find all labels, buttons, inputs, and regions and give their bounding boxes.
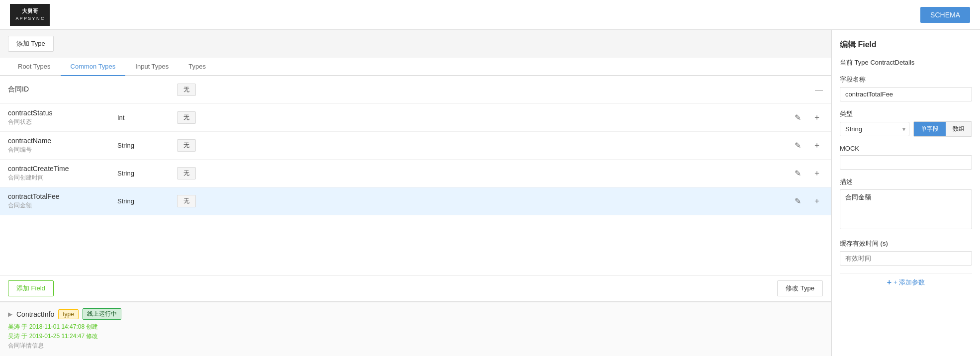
add-icon[interactable]: ＋	[811, 139, 823, 152]
status-badge: 线上运行中	[83, 308, 121, 320]
schema-button[interactable]: SCHEMA	[920, 7, 970, 23]
contract-section: ▶ ContractInfo type 线上运行中 吴涛 于 2018-11-0…	[0, 301, 831, 356]
add-field-button[interactable]: 添加 Field	[8, 280, 54, 296]
field-badge[interactable]: 无	[177, 167, 196, 179]
desc-label: 描述	[840, 178, 972, 186]
field-actions: —	[815, 86, 823, 94]
panel-title: 编辑 Field	[840, 40, 972, 50]
edit-icon[interactable]: ✎	[793, 112, 803, 123]
field-sub: 合同状态	[8, 118, 117, 126]
type-select[interactable]: String Int Float Boolean ID	[840, 122, 909, 136]
tab-types[interactable]: Types	[178, 58, 216, 76]
field-actions: ✎ ＋	[793, 195, 823, 207]
center-panel: 添加 Type Root Types Common Types Input Ty…	[0, 30, 831, 356]
field-actions: ✎ ＋	[793, 111, 823, 124]
field-type: Int	[117, 114, 177, 121]
field-table: 合同ID 无 — contractStatus 合同状态 Int	[0, 76, 831, 275]
contract-desc: 合同详情信息	[8, 342, 823, 350]
cache-label: 缓存有效时间 (s)	[840, 239, 972, 248]
mock-label: MOCK	[840, 145, 972, 152]
field-name: contractStatus	[8, 109, 117, 117]
table-row-highlighted: contractTotalFee 合同金额 String 无 ✎ ＋	[0, 187, 831, 215]
field-name-group: 字段名称	[840, 75, 972, 101]
dash-icon: —	[815, 86, 823, 94]
logo-text: 大舅哥A P P S Y N C	[16, 8, 44, 21]
tab-bar: Root Types Common Types Input Types Type…	[0, 58, 831, 76]
tab-common-types[interactable]: Common Types	[61, 58, 126, 76]
field-name: contractCreateTime	[8, 165, 117, 173]
bottom-bar: 添加 Field 修改 Type	[0, 275, 831, 301]
add-param-icon: +	[887, 278, 891, 287]
type-badge: type	[58, 309, 79, 319]
contract-name: ContractInfo	[16, 310, 54, 318]
field-type: String	[117, 142, 177, 149]
field-type: String	[117, 197, 177, 205]
field-actions: ✎ ＋	[793, 139, 823, 152]
type-row: String Int Float Boolean ID ▾ 单字段 数组	[840, 121, 972, 137]
field-info: contractTotalFee 合同金额	[8, 192, 117, 210]
table-row: contractCreateTime 合同创建时间 String 无 ✎ ＋	[0, 160, 831, 187]
tab-root-types[interactable]: Root Types	[8, 58, 61, 76]
field-info: contractName 合同编号	[8, 137, 117, 154]
field-sub: 合同编号	[8, 146, 117, 154]
table-row: contractStatus 合同状态 Int 无 ✎ ＋	[0, 104, 831, 132]
logo-box: 大舅哥A P P S Y N C	[10, 4, 50, 26]
array-toggle[interactable]: 数组	[946, 122, 972, 136]
field-badge[interactable]: 无	[177, 139, 196, 152]
type-select-wrap: String Int Float Boolean ID ▾	[840, 122, 909, 136]
current-type-label: 当前 Type ContractDetails	[840, 58, 972, 67]
table-row: contractName 合同编号 String 无 ✎ ＋	[0, 132, 831, 160]
expand-icon[interactable]: ▶	[8, 311, 12, 318]
table-row: 合同ID 无 —	[0, 76, 831, 104]
contract-header: ▶ ContractInfo type 线上运行中	[8, 308, 823, 320]
mock-group: MOCK	[840, 145, 972, 170]
add-type-button[interactable]: 添加 Type	[8, 36, 54, 52]
cache-group: 缓存有效时间 (s)	[840, 239, 972, 266]
modify-type-button[interactable]: 修改 Type	[777, 280, 823, 296]
edit-icon[interactable]: ✎	[793, 195, 803, 207]
field-name-label: 字段名称	[840, 75, 972, 84]
field-name-input[interactable]	[840, 87, 972, 101]
contract-meta-create: 吴涛 于 2018-11-01 14:47:08 创建	[8, 323, 823, 331]
field-info: 合同ID	[8, 85, 117, 95]
mock-input[interactable]	[840, 155, 972, 170]
field-name: 合同ID	[8, 85, 117, 94]
type-label: 类型	[840, 109, 972, 118]
field-name: contractTotalFee	[8, 192, 117, 200]
field-name: contractName	[8, 137, 117, 145]
add-type-row: 添加 Type	[0, 30, 831, 58]
field-info: contractStatus 合同状态	[8, 109, 117, 126]
field-sub: 合同金额	[8, 201, 117, 210]
cache-input[interactable]	[840, 251, 972, 266]
logo-subtitle: A P P S Y N C	[16, 16, 44, 21]
field-info: contractCreateTime 合同创建时间	[8, 165, 117, 182]
add-param-label: + 添加参数	[893, 278, 925, 287]
edit-icon[interactable]: ✎	[793, 168, 803, 179]
add-icon[interactable]: ＋	[811, 111, 823, 124]
edit-icon[interactable]: ✎	[793, 140, 803, 151]
add-param-row[interactable]: + + 添加参数	[840, 273, 972, 291]
single-field-toggle[interactable]: 单字段	[914, 122, 946, 136]
app-header: 大舅哥A P P S Y N C SCHEMA	[0, 0, 980, 30]
contract-meta-update: 吴涛 于 2019-01-25 11:24:47 修改	[8, 332, 823, 341]
field-type: String	[117, 170, 177, 177]
field-badge[interactable]: 无	[177, 111, 196, 124]
field-sub: 合同创建时间	[8, 174, 117, 182]
add-icon[interactable]: ＋	[811, 167, 823, 179]
tab-input-types[interactable]: Input Types	[125, 58, 178, 76]
desc-textarea[interactable]: 合同金额	[840, 189, 972, 229]
add-icon[interactable]: ＋	[811, 195, 823, 207]
field-badge[interactable]: 无	[177, 84, 196, 96]
field-actions: ✎ ＋	[793, 167, 823, 179]
desc-group: 描述 合同金额	[840, 178, 972, 231]
type-group: 类型 String Int Float Boolean ID ▾ 单字段	[840, 109, 972, 137]
field-badge[interactable]: 无	[177, 195, 196, 207]
right-panel: 编辑 Field 当前 Type ContractDetails 字段名称 类型…	[831, 30, 980, 356]
type-toggle: 单字段 数组	[913, 121, 972, 137]
logo: 大舅哥A P P S Y N C	[10, 4, 50, 26]
